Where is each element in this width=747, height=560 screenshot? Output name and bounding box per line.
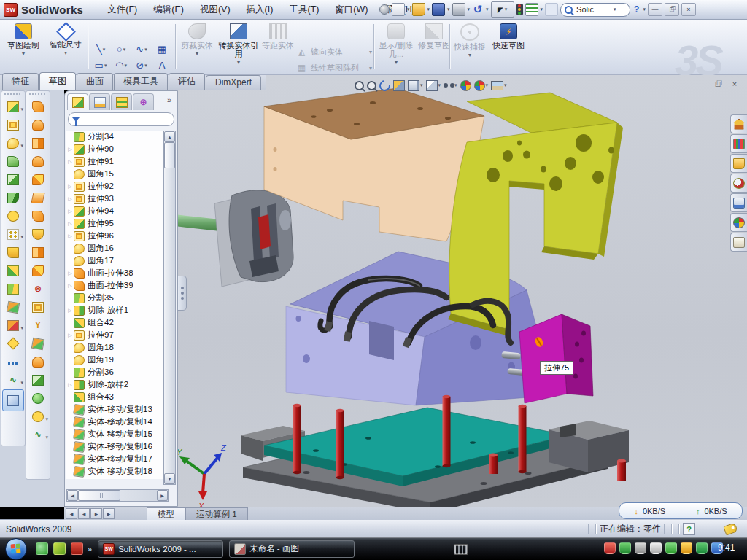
- dropdown-arrow-icon[interactable]: ▾: [438, 82, 441, 88]
- dropdown-arrow-icon[interactable]: ▾: [123, 47, 126, 52]
- untrim-surface-button[interactable]: [28, 298, 47, 316]
- dropdown-arrow-icon[interactable]: ▾: [64, 50, 67, 56]
- offset-entities-button[interactable]: 等距实体: [261, 22, 295, 71]
- flex-button[interactable]: ∿▾: [28, 426, 47, 443]
- tree-horizontal-scrollbar[interactable]: ◀ ▶: [66, 489, 169, 502]
- extruded-surface-button[interactable]: [28, 134, 47, 152]
- tree-item[interactable]: 实体-移动/复制17: [66, 453, 166, 465]
- repair-sketch-button[interactable]: 修复草图: [417, 22, 451, 71]
- insert-part-button[interactable]: [4, 335, 23, 352]
- menu-item-4[interactable]: 工具(T): [282, 1, 325, 18]
- dropdown-arrow-icon[interactable]: ▾: [22, 51, 25, 57]
- chamfer-button[interactable]: [4, 189, 23, 206]
- instant3d-button[interactable]: [2, 389, 24, 411]
- thicken-button[interactable]: [28, 225, 47, 243]
- new-document-icon[interactable]: [392, 3, 405, 16]
- quick-launch-solidworks-icon[interactable]: [71, 542, 83, 555]
- fillet-surface-button[interactable]: [28, 262, 47, 279]
- tree-item[interactable]: ▷拉伸94: [66, 205, 166, 217]
- command-tab-5[interactable]: DimXpert: [206, 75, 261, 90]
- swept-surface-button[interactable]: [28, 171, 47, 188]
- lofted-boss-button[interactable]: [4, 152, 23, 170]
- save-icon[interactable]: [432, 3, 445, 16]
- tray-security-alert-icon[interactable]: [604, 542, 616, 554]
- dropdown-arrow-icon[interactable]: ▾: [407, 7, 410, 12]
- tree-item[interactable]: 分割34: [66, 131, 166, 143]
- delete-body-button[interactable]: ▾: [4, 316, 23, 334]
- dropdown-arrow-icon[interactable]: ▾: [103, 47, 106, 52]
- split-body-button[interactable]: [4, 280, 23, 298]
- tags-icon[interactable]: [723, 522, 738, 535]
- custom-properties-tab[interactable]: [730, 233, 747, 252]
- view-orientation-button[interactable]: ▾: [426, 78, 441, 93]
- command-tab-2[interactable]: 曲面: [77, 73, 113, 90]
- command-tab-3[interactable]: 模具工具: [114, 73, 168, 90]
- hole-wizard-button[interactable]: [4, 207, 23, 225]
- tree-item[interactable]: ▷拉伸95: [66, 217, 166, 230]
- appearances-scenes-tab[interactable]: [730, 213, 747, 232]
- configurationmanager-tab[interactable]: [111, 93, 132, 110]
- section-view-button[interactable]: [393, 78, 405, 93]
- feature-filter-input[interactable]: [82, 114, 170, 125]
- scroll-left-button[interactable]: ◀: [67, 490, 78, 501]
- pin-toolbar-icon[interactable]: [379, 4, 390, 15]
- menu-item-2[interactable]: 视图(V): [193, 1, 237, 18]
- combine-bodies-button[interactable]: [4, 262, 23, 279]
- tray-update-icon[interactable]: [635, 542, 646, 554]
- dropdown-arrow-icon[interactable]: ▾: [420, 82, 423, 88]
- spline-button[interactable]: ∿▾: [131, 42, 152, 58]
- tree-item[interactable]: 圆角19: [66, 354, 166, 366]
- tree-item[interactable]: ▷切除-放样1: [66, 304, 166, 316]
- convert-entities-button[interactable]: 转换实体引用 ▾: [217, 22, 260, 71]
- extruded-boss-button[interactable]: ▾: [4, 98, 23, 115]
- dome-button[interactable]: [28, 389, 47, 407]
- offset-surface-button[interactable]: [28, 189, 47, 206]
- move-copy-body-button[interactable]: [4, 298, 23, 316]
- sketch-text-button[interactable]: A: [152, 58, 172, 74]
- tree-item[interactable]: ▷曲面-拉伸38: [66, 267, 166, 279]
- dropdown-arrow-icon[interactable]: ▾: [643, 7, 646, 12]
- options-icon[interactable]: [525, 3, 538, 16]
- tab-scroll-first[interactable]: ◀: [66, 508, 77, 519]
- taskbar-task-paint[interactable]: 未命名 - 画图: [229, 540, 355, 558]
- tree-item[interactable]: ▷拉伸92: [66, 180, 166, 192]
- boundary-surface-button[interactable]: [28, 152, 47, 170]
- tree-item[interactable]: 实体-移动/复制18: [66, 465, 166, 478]
- dropdown-arrow-icon[interactable]: ▾: [124, 63, 127, 69]
- delete-face-button[interactable]: ⊗: [28, 280, 47, 298]
- scroll-up-button[interactable]: ▲: [164, 131, 175, 142]
- zoom-area-button[interactable]: [367, 78, 376, 93]
- doc-minimize-button[interactable]: —: [696, 79, 706, 88]
- dropdown-arrow-icon[interactable]: ▾: [614, 7, 616, 12]
- arc-button[interactable]: ◠▾: [111, 58, 131, 74]
- spline-tool-button[interactable]: ∿▾: [4, 371, 23, 389]
- quick-launch-media-icon[interactable]: [53, 542, 66, 555]
- expander-icon[interactable]: ▷: [66, 159, 74, 165]
- tree-item[interactable]: 实体-移动/复制13: [66, 403, 166, 416]
- dimxpertmanager-tab[interactable]: ⊕: [133, 93, 154, 110]
- quick-tips-icon[interactable]: ?: [683, 523, 695, 535]
- dropdown-arrow-icon[interactable]: ▾: [144, 47, 147, 52]
- doc-restore-button[interactable]: □: [713, 79, 723, 88]
- quick-launch-messenger-icon[interactable]: [36, 542, 48, 555]
- featuremanager-tab[interactable]: [67, 93, 88, 110]
- rotate-view-button[interactable]: [379, 78, 390, 93]
- start-button[interactable]: [5, 538, 27, 560]
- solidworks-resources-tab[interactable]: [730, 114, 747, 133]
- linear-pattern-button[interactable]: ▾: [4, 225, 23, 243]
- appearance-toolbar-icon[interactable]: [545, 3, 558, 16]
- undo-icon[interactable]: ↺: [472, 4, 484, 15]
- tree-item[interactable]: ▷拉伸93: [66, 192, 166, 205]
- tree-item[interactable]: 圆角18: [66, 341, 166, 354]
- command-tab-4[interactable]: 评估: [169, 73, 205, 90]
- sketch-button[interactable]: 草图绘制 ▾: [3, 22, 44, 71]
- hide-show-items-button[interactable]: ▾: [444, 78, 457, 93]
- expander-icon[interactable]: ▷: [66, 196, 74, 202]
- extruded-cut-button[interactable]: [4, 116, 23, 133]
- tree-item[interactable]: ▷切除-放样2: [66, 378, 166, 391]
- minimize-button[interactable]: —: [648, 3, 662, 16]
- view-palette-tab[interactable]: [730, 193, 747, 212]
- display-delete-relations-button[interactable]: 显示/删除几... ▾: [376, 22, 416, 71]
- tree-item[interactable]: ▷曲面-拉伸39: [66, 279, 166, 292]
- expander-icon[interactable]: ▷: [66, 332, 74, 338]
